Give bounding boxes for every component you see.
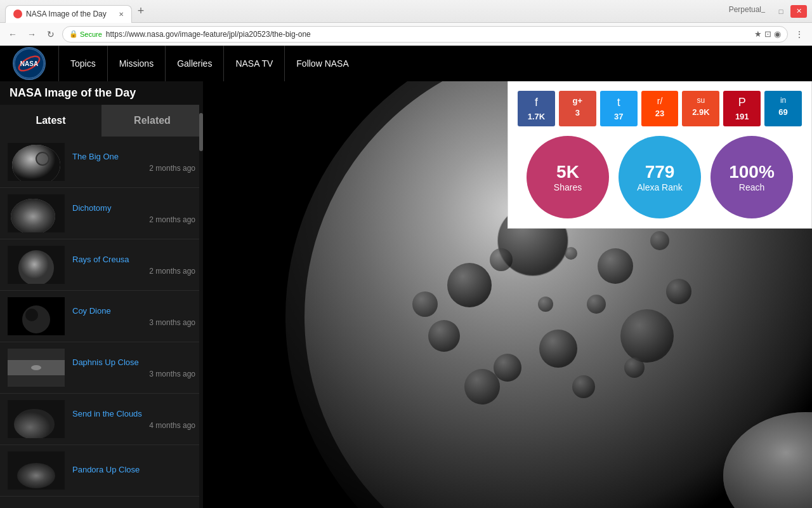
tab-title: NASA Image of the Day: [26, 10, 107, 18]
forward-button[interactable]: →: [24, 27, 39, 42]
reddit-icon: r/: [657, 96, 663, 106]
stumbleupon-share-button[interactable]: su 2.9K: [682, 91, 719, 126]
item-title[interactable]: Dichotomy: [72, 203, 195, 213]
reddit-share-button[interactable]: r/ 23: [641, 91, 679, 126]
nav-galleries[interactable]: Galleries: [166, 46, 224, 81]
back-button[interactable]: ←: [5, 27, 20, 42]
tab-close-icon[interactable]: ✕: [119, 11, 124, 18]
shares-stat: 5K Shares: [527, 136, 609, 218]
nav-follow-nasa[interactable]: Follow NASA: [285, 46, 360, 81]
twitter-share-button[interactable]: t 37: [600, 91, 638, 126]
reach-stat: 100% Reach: [710, 136, 793, 218]
item-date: 3 months ago: [72, 318, 195, 327]
item-info: Rays of Creusa 2 months ago: [72, 255, 195, 276]
item-title[interactable]: Coy Dione: [72, 306, 195, 316]
thumb-svg: [8, 246, 65, 284]
nav-items: Topics Missions Galleries NASA TV Follow…: [58, 46, 799, 81]
titlebar: NASA Image of the Day ✕ + Perpetual – □ …: [0, 0, 812, 23]
twitter-icon: t: [617, 96, 620, 109]
svg-rect-19: [8, 375, 65, 387]
lock-icon: 🔒: [69, 30, 78, 38]
thumbnail: [8, 246, 65, 284]
svg-point-24: [17, 463, 55, 488]
nav-missions[interactable]: Missions: [108, 46, 166, 81]
tab-related[interactable]: Related: [102, 105, 203, 137]
svg-text:NASA: NASA: [20, 60, 38, 67]
maximize-button[interactable]: □: [773, 5, 789, 18]
sidebar-list[interactable]: The Big One 2 months ago: [0, 137, 203, 508]
new-tab-button[interactable]: +: [132, 3, 150, 20]
bookmark-icon[interactable]: ★: [754, 29, 762, 39]
sidebar: NASA Image of the Day Latest Related: [0, 81, 203, 508]
menu-button[interactable]: ⋮: [792, 27, 807, 42]
stumbleupon-icon: su: [697, 96, 705, 105]
item-date: 2 months ago: [72, 215, 195, 224]
shares-label: Shares: [554, 182, 582, 192]
pinterest-share-button[interactable]: P 191: [723, 91, 761, 126]
svg-point-42: [412, 291, 438, 317]
thumb-svg: [8, 451, 65, 490]
thumb-svg: [8, 400, 65, 438]
list-item[interactable]: Coy Dione 3 months ago: [0, 291, 203, 342]
list-item[interactable]: Send in the Clouds 4 months ago: [0, 394, 203, 445]
refresh-button[interactable]: ↻: [43, 27, 58, 42]
item-date: 2 months ago: [72, 267, 195, 276]
linkedin-share-button[interactable]: in 69: [764, 91, 802, 126]
svg-point-20: [31, 365, 41, 370]
nav-nasa-tv[interactable]: NASA TV: [224, 46, 285, 81]
browser-content: NASA Topics Missions Galleries NASA TV F…: [0, 46, 812, 508]
item-title[interactable]: Daphnis Up Close: [72, 358, 195, 367]
social-panel: f 1.7K g+ 3 t 37 r/: [508, 81, 812, 229]
nav-topics[interactable]: Topics: [58, 46, 108, 81]
thumbnail: [8, 194, 65, 232]
list-item[interactable]: The Big One 2 months ago: [0, 137, 203, 188]
googleplus-share-button[interactable]: g+ 3: [559, 91, 596, 126]
facebook-share-button[interactable]: f 1.7K: [518, 91, 555, 126]
pinterest-count: 191: [735, 112, 749, 121]
svg-point-31: [598, 248, 633, 284]
thumbnail: [8, 297, 65, 335]
svg-point-15: [25, 309, 38, 321]
nasa-logo[interactable]: NASA: [13, 47, 46, 80]
thumb-svg: [8, 297, 65, 335]
thumbnail: [8, 349, 65, 387]
pinterest-icon: P: [738, 96, 746, 109]
item-title[interactable]: Send in the Clouds: [72, 409, 195, 418]
tab-latest[interactable]: Latest: [0, 105, 102, 137]
cast-icon[interactable]: ⊡: [764, 29, 771, 39]
list-item[interactable]: Daphnis Up Close 3 months ago: [0, 342, 203, 394]
addressbar: ← → ↻ 🔒 Secure https://www.nasa.gov/imag…: [0, 23, 812, 46]
item-info: Send in the Clouds 4 months ago: [72, 409, 195, 430]
social-buttons: f 1.7K g+ 3 t 37 r/: [518, 91, 802, 126]
svg-point-38: [587, 295, 606, 314]
browser-tab[interactable]: NASA Image of the Day ✕: [5, 5, 132, 23]
window-controls: – □ ✕: [755, 5, 807, 18]
thumb-svg: [8, 194, 65, 232]
main-image-area: f 1.7K g+ 3 t 37 r/: [203, 81, 812, 508]
address-action-icons: ★ ⊡ ◉: [754, 29, 781, 39]
extension-icon[interactable]: ◉: [774, 29, 781, 39]
sidebar-tabs: Latest Related: [0, 105, 203, 137]
close-button[interactable]: ✕: [790, 5, 807, 18]
list-item[interactable]: Rays of Creusa 2 months ago: [0, 239, 203, 291]
linkedin-count: 69: [778, 107, 787, 117]
url-bar[interactable]: 🔒 Secure https://www.nasa.gov/image-feat…: [62, 26, 788, 43]
svg-point-44: [650, 231, 669, 250]
thumbnail: [8, 143, 65, 181]
reach-value: 100%: [729, 162, 775, 182]
svg-point-32: [620, 309, 674, 363]
svg-point-36: [666, 279, 691, 304]
social-stats: 5K Shares 779 Alexa Rank 100% Reach: [518, 136, 802, 218]
facebook-icon: f: [535, 96, 538, 109]
item-title[interactable]: Rays of Creusa: [72, 255, 195, 264]
list-item[interactable]: Pandora Up Close: [0, 445, 203, 497]
twitter-count: 37: [614, 112, 623, 121]
item-title[interactable]: The Big One: [72, 152, 195, 161]
list-item[interactable]: Dichotomy 2 months ago: [0, 188, 203, 239]
item-title[interactable]: Pandora Up Close: [72, 465, 195, 474]
alexa-stat: 779 Alexa Rank: [619, 136, 701, 218]
alexa-label: Alexa Rank: [637, 182, 683, 192]
linkedin-icon: in: [780, 96, 786, 105]
item-date: 2 months ago: [72, 164, 195, 173]
reddit-count: 23: [655, 109, 664, 118]
